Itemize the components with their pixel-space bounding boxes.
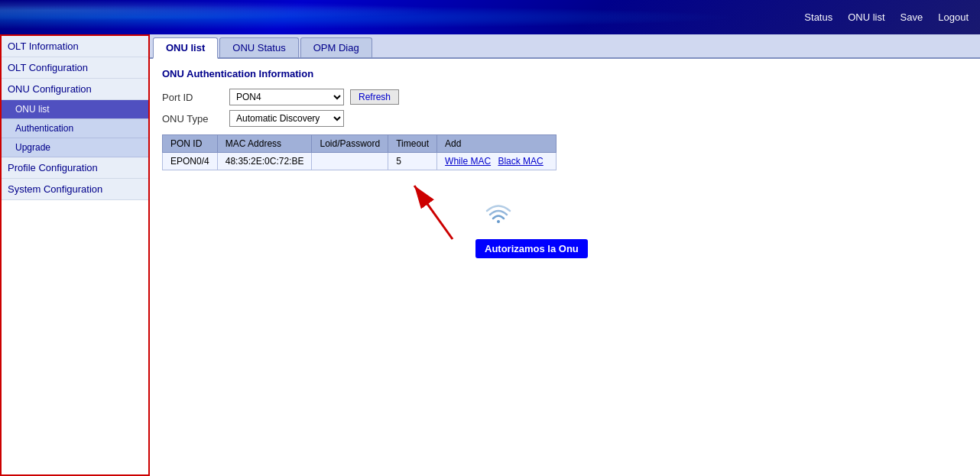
svg-point-2 <box>497 220 500 223</box>
autorizamos-label: Autorizamos la Onu <box>475 239 588 258</box>
sidebar-profile-config[interactable]: Profile Configuration <box>2 157 148 179</box>
onu-type-label: ONU Type <box>162 113 223 125</box>
sidebar-onu-config[interactable]: ONU Configuration <box>2 79 148 100</box>
sidebar: OLT Information OLT Configuration ONU Co… <box>0 34 150 476</box>
while-mac-link[interactable]: While MAC <box>445 156 491 167</box>
cell-mac-address: 48:35:2E:0C:72:BE <box>217 153 312 170</box>
section-title: ONU Authentication Information <box>162 68 968 79</box>
cell-timeout: 5 <box>388 153 437 170</box>
onu-list-nav-link[interactable]: ONU list <box>848 11 884 23</box>
port-id-select[interactable]: PON1 PON2 PON3 PON4 PON5 PON6 PON7 PON8 <box>229 89 344 105</box>
cell-loid-password <box>312 153 388 170</box>
svg-line-1 <box>414 186 453 239</box>
cell-add: While MAC Black MAC <box>437 153 557 170</box>
onu-type-row: ONU Type Automatic Discovery Manual <box>162 110 968 127</box>
red-arrow-icon <box>407 178 468 247</box>
refresh-button[interactable]: Refresh <box>350 89 399 105</box>
status-nav-link[interactable]: Status <box>804 11 832 23</box>
sidebar-authentication[interactable]: Authentication <box>2 119 148 138</box>
col-add: Add <box>437 135 557 153</box>
black-mac-link[interactable]: Black MAC <box>498 156 543 167</box>
col-mac-address: MAC Address <box>217 135 312 153</box>
sidebar-onu-list[interactable]: ONU list <box>2 100 148 119</box>
port-id-row: Port ID PON1 PON2 PON3 PON4 PON5 PON6 PO… <box>162 89 968 105</box>
tab-onu-list[interactable]: ONU list <box>153 37 218 59</box>
annotation-area: Autorizamos la Onu <box>162 186 968 277</box>
table-row: EPON0/4 48:35:2E:0C:72:BE 5 While MAC Bl… <box>163 153 557 170</box>
col-loid-password: Loid/Password <box>312 135 388 153</box>
tab-bar: ONU list ONU Status OPM Diag <box>150 34 980 59</box>
top-header: Status ONU list Save Logout <box>0 0 980 34</box>
cell-pon-id: EPON0/4 <box>163 153 218 170</box>
col-timeout: Timeout <box>388 135 437 153</box>
save-nav-link[interactable]: Save <box>900 11 923 23</box>
main-layout: OLT Information OLT Configuration ONU Co… <box>0 34 980 476</box>
logout-nav-link[interactable]: Logout <box>938 11 969 23</box>
wifi-icon <box>483 197 514 230</box>
sidebar-upgrade[interactable]: Upgrade <box>2 138 148 157</box>
tab-opm-diag[interactable]: OPM Diag <box>300 37 372 57</box>
main-content: ONU list ONU Status OPM Diag ONU Authent… <box>150 34 980 476</box>
col-pon-id: PON ID <box>163 135 218 153</box>
sidebar-olt-config[interactable]: OLT Configuration <box>2 57 148 79</box>
content-area: ONU Authentication Information Port ID P… <box>150 59 980 287</box>
onu-type-select[interactable]: Automatic Discovery Manual <box>229 110 344 127</box>
sidebar-system-config[interactable]: System Configuration <box>2 179 148 200</box>
sidebar-olt-info[interactable]: OLT Information <box>2 36 148 57</box>
port-id-label: Port ID <box>162 92 223 103</box>
onu-table: PON ID MAC Address Loid/Password Timeout… <box>162 134 557 170</box>
header-nav: Status ONU list Save Logout <box>804 11 969 23</box>
tab-onu-status[interactable]: ONU Status <box>219 37 298 57</box>
